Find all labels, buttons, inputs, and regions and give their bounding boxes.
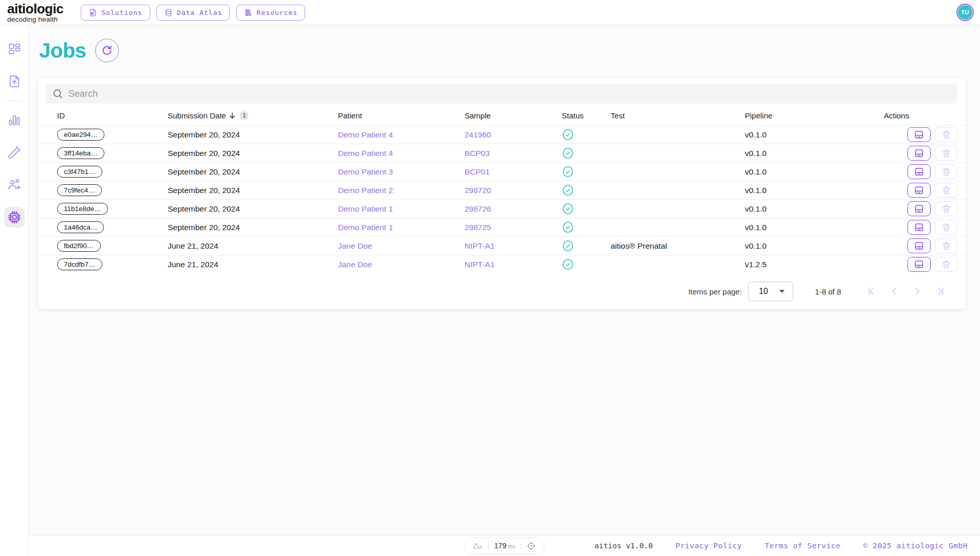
- header-submission-date[interactable]: Submission Date 1: [168, 111, 338, 120]
- trash-icon: [941, 222, 951, 232]
- header-patient[interactable]: Patient: [338, 111, 465, 120]
- actions-cell: [884, 183, 966, 198]
- nav-data-atlas-button[interactable]: Data Atlas: [156, 5, 230, 21]
- view-results-button[interactable]: [907, 164, 931, 179]
- sidebar-item-dashboard[interactable]: [4, 39, 25, 59]
- sample-link[interactable]: 241960: [465, 130, 491, 139]
- sidebar-item-jobs[interactable]: [4, 207, 25, 228]
- sample-link[interactable]: NIPT-A1: [465, 260, 495, 269]
- sidebar-item-patients[interactable]: [4, 175, 25, 195]
- sample-cell: 298720: [465, 186, 562, 195]
- delete-job-button[interactable]: [935, 183, 958, 198]
- header-status[interactable]: Status: [562, 111, 611, 120]
- job-id-cell: 7c9fec4…: [57, 184, 168, 196]
- view-results-button[interactable]: [907, 146, 931, 161]
- view-results-button[interactable]: [907, 257, 931, 272]
- nav-solutions-button[interactable]: Solutions: [81, 5, 150, 21]
- sidebar-divider: [7, 100, 22, 101]
- view-results-button[interactable]: [907, 183, 931, 198]
- status-cell: [562, 184, 611, 197]
- dashboard-icon: [7, 42, 22, 56]
- patient-link[interactable]: Demo Patient 1: [338, 204, 393, 213]
- view-results-button[interactable]: [907, 238, 931, 253]
- header-pipeline[interactable]: Pipeline: [745, 111, 884, 120]
- sample-cell: 298725: [465, 223, 562, 232]
- next-page-button[interactable]: [906, 281, 929, 302]
- refresh-icon: [101, 44, 113, 57]
- sidebar-item-analytics[interactable]: [4, 110, 25, 130]
- sample-link[interactable]: NIPT-A1: [465, 241, 495, 250]
- view-results-button[interactable]: [907, 201, 931, 216]
- sample-link[interactable]: BCP01: [465, 167, 490, 176]
- test-tube-icon: [7, 145, 22, 160]
- actions-cell: [884, 146, 966, 161]
- actions-cell: [884, 257, 966, 272]
- items-per-page-label: Items per page:: [688, 287, 742, 296]
- patient-link[interactable]: Demo Patient 3: [338, 167, 393, 176]
- delete-job-button[interactable]: [935, 146, 958, 161]
- pipeline-cell: v0.1.0: [745, 186, 884, 195]
- trash-icon: [941, 185, 951, 195]
- view-results-button[interactable]: [907, 220, 931, 235]
- privacy-policy-link[interactable]: Privacy Policy: [675, 542, 742, 550]
- delete-job-button[interactable]: [935, 220, 958, 235]
- refresh-button[interactable]: [95, 39, 119, 62]
- sort-order-badge: 1: [240, 111, 248, 120]
- terms-of-service-link[interactable]: Terms of Service: [764, 542, 841, 550]
- status-cell: [562, 147, 611, 160]
- trash-icon: [941, 130, 951, 140]
- last-page-icon: [934, 286, 946, 297]
- items-per-page-select[interactable]: 10: [748, 282, 793, 301]
- sidebar-item-samples[interactable]: [4, 142, 25, 163]
- top-bar: aitiologic decoding health Solutions Dat…: [0, 0, 980, 25]
- patient-link[interactable]: Demo Patient 4: [338, 149, 393, 158]
- data-atlas-icon: [164, 8, 173, 17]
- patient-link[interactable]: Jane Doe: [338, 260, 372, 269]
- performance-widget: 179ms: [464, 537, 544, 554]
- table-row: e0ae294… September 20, 2024 Demo Patient…: [38, 125, 966, 144]
- sample-link[interactable]: 298725: [465, 223, 491, 232]
- job-id-chip: 3ff14eba…: [57, 147, 104, 159]
- patient-link[interactable]: Demo Patient 1: [338, 223, 393, 232]
- logo-title: aitiologic: [7, 2, 63, 15]
- patient-link[interactable]: Demo Patient 2: [338, 186, 393, 195]
- patient-link[interactable]: Demo Patient 4: [338, 130, 393, 139]
- sample-cell: 241960: [465, 130, 562, 140]
- search-input[interactable]: [68, 89, 951, 99]
- job-id-chip: e0ae294…: [57, 129, 104, 141]
- last-page-button[interactable]: [929, 281, 951, 302]
- delete-job-button[interactable]: [935, 164, 958, 179]
- pipeline-cell: v1.2.5: [745, 260, 884, 269]
- header-sample[interactable]: Sample: [465, 111, 562, 120]
- job-id-cell: fbd2f90…: [57, 240, 168, 252]
- delete-job-button[interactable]: [935, 257, 958, 272]
- user-avatar[interactable]: TU: [957, 5, 973, 20]
- actions-cell: [884, 201, 966, 216]
- sample-link[interactable]: 298726: [465, 204, 491, 213]
- view-results-button[interactable]: [907, 127, 931, 142]
- submission-date-cell: September 20, 2024: [168, 186, 338, 195]
- patient-cell: Demo Patient 1: [338, 204, 465, 214]
- submission-date-cell: June 21, 2024: [168, 241, 338, 251]
- sample-link[interactable]: BCP03: [465, 149, 490, 158]
- header-test[interactable]: Test: [611, 111, 745, 120]
- delete-job-button[interactable]: [935, 238, 958, 253]
- delete-job-button[interactable]: [935, 127, 958, 142]
- sample-link[interactable]: 298720: [465, 186, 491, 195]
- crosshair-icon[interactable]: [526, 541, 536, 551]
- pipeline-cell: v0.1.0: [745, 149, 884, 158]
- sidebar-item-upload[interactable]: [4, 71, 25, 92]
- header-id[interactable]: ID: [57, 111, 168, 120]
- previous-page-button[interactable]: [883, 281, 906, 302]
- status-cell: [562, 258, 611, 271]
- patient-link[interactable]: Jane Doe: [338, 241, 372, 250]
- trash-icon: [941, 241, 951, 251]
- first-page-button[interactable]: [861, 281, 883, 302]
- sample-cell: NIPT-A1: [465, 260, 562, 269]
- nav-resources-button[interactable]: Resources: [236, 5, 305, 21]
- job-id-cell: 7dcdfb7…: [57, 258, 168, 270]
- status-cell: [562, 221, 611, 234]
- delete-job-button[interactable]: [935, 201, 958, 216]
- job-id-cell: e0ae294…: [57, 129, 168, 141]
- latency-unit: ms: [508, 543, 515, 549]
